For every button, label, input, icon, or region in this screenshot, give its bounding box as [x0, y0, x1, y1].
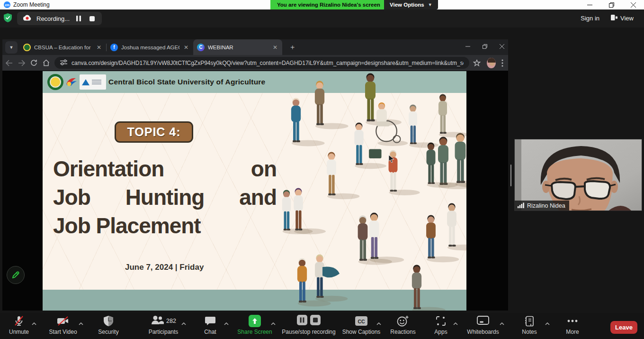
whiteboards-label: Whiteboards [467, 329, 499, 335]
window-title: Zoom Meeting [13, 1, 50, 8]
tab-search-button[interactable]: ▼ [5, 41, 18, 54]
pause-stop-recording-label: Pause/stop recording [282, 329, 335, 335]
close-tab-icon[interactable]: ✕ [96, 44, 102, 51]
security-label: Security [98, 329, 118, 335]
tab-facebook[interactable]: f Joshua messaged AGEC 150- B ✕ [107, 39, 193, 55]
pencil-icon [11, 271, 20, 279]
participant-name: Rizalino Nidea [527, 202, 565, 209]
tab-cbsua[interactable]: CBSUA – Education for Sustaina ✕ [19, 39, 106, 55]
browser-close-button[interactable] [494, 39, 510, 54]
annotate-pencil-button[interactable] [7, 266, 25, 284]
view-options-button[interactable]: View Options ▼ [384, 0, 438, 9]
participants-icon [151, 315, 164, 327]
security-shield-icon [103, 315, 114, 327]
view-layout-icon [611, 15, 617, 22]
chat-options-chevron[interactable] [224, 319, 229, 327]
presentation-slide: Central Bicol State University of Agricu… [43, 71, 466, 311]
topic-badge: TOPIC 4: [115, 121, 193, 143]
browser-tab-strip: ▼ CBSUA – Education for Sustaina ✕ f Jos… [2, 39, 508, 55]
chat-label: Chat [204, 329, 216, 335]
participant-video-tile[interactable]: Rizalino Nidea [514, 139, 642, 211]
meeting-toolbar: Unmute Start Video Security 282 [0, 313, 644, 339]
recording-label: Recording... [36, 15, 70, 22]
address-bar[interactable]: canva.com/design/DAGHD17iL9Y/vW8J0tCTfCg… [54, 57, 469, 69]
view-layout-button[interactable]: View [607, 13, 637, 23]
unmute-options-chevron[interactable] [32, 319, 36, 327]
stop-recording-icon [310, 315, 321, 327]
show-captions-label: Show Captions [342, 329, 381, 335]
title-word: Orientation [53, 155, 164, 183]
mouse-cursor [388, 155, 394, 165]
forward-icon[interactable] [16, 56, 27, 70]
browser-profile-avatar[interactable] [487, 58, 496, 68]
close-button[interactable] [626, 0, 640, 9]
pause-recording-button[interactable] [74, 14, 83, 23]
whiteboard-icon [477, 315, 489, 327]
title-word: Job [53, 183, 90, 211]
site-settings-icon[interactable] [60, 59, 67, 67]
more-dots-icon [567, 315, 578, 327]
browser-navbar: canva.com/design/DAGHD17iL9Y/vW8J0tCTfCg… [2, 55, 508, 71]
stop-recording-button[interactable] [88, 14, 96, 23]
tab-label: WEBINAR [208, 45, 268, 50]
cbsua-seal-icon [23, 44, 31, 51]
meeting-security-shield-icon[interactable] [4, 13, 12, 24]
share-screen-icon [249, 315, 261, 327]
svg-text:CC: CC [358, 319, 365, 324]
microphone-muted-icon [13, 315, 25, 327]
participant-nametag: Rizalino Nidea [515, 201, 569, 211]
slide-date: June 7, 2024 | Friday [125, 263, 204, 272]
meeting-top-bar: Recording... Sign in View [0, 9, 644, 27]
zoom-app-icon: zm [4, 1, 10, 8]
pause-recording-icon [297, 315, 307, 327]
recording-cloud-icon [23, 14, 32, 23]
new-tab-button[interactable]: ＋ [289, 43, 296, 52]
view-options-label: View Options [390, 2, 424, 8]
canva-icon: C [197, 44, 205, 51]
minimize-button[interactable] [582, 0, 597, 9]
notes-label: Notes [522, 329, 537, 335]
close-tab-icon[interactable]: ✕ [272, 44, 278, 51]
title-line-1: Orientation on [53, 155, 277, 183]
bookmark-star-icon[interactable] [471, 56, 483, 70]
recording-indicator: Recording... [17, 12, 102, 25]
tab-label: CBSUA – Education for Sustaina [34, 45, 92, 50]
back-icon[interactable] [3, 56, 15, 70]
avatar-hair [488, 58, 496, 63]
apps-label: Apps [434, 329, 447, 335]
chat-bubble-icon [205, 315, 216, 327]
more-label: More [566, 329, 579, 335]
reactions-label: Reactions [390, 329, 415, 335]
close-tab-icon[interactable]: ✕ [183, 44, 189, 51]
facebook-icon: f [110, 44, 118, 51]
tab-label: Joshua messaged AGEC 150- B [121, 45, 179, 50]
view-layout-label: View [620, 15, 634, 22]
shared-screen-browser: ▼ CBSUA – Education for Sustaina ✕ f Jos… [2, 39, 508, 311]
notes-icon [525, 315, 534, 327]
panel-resize-handle[interactable] [510, 165, 511, 186]
title-word: on [251, 155, 277, 183]
leave-button[interactable]: Leave [610, 321, 637, 334]
share-screen-label: Share Screen [237, 329, 272, 335]
zoom-meeting-window: zm Zoom Meeting You are viewing Rizalino… [0, 0, 644, 339]
security-button[interactable]: Security [82, 315, 134, 335]
url-text: canva.com/design/DAGHD17iL9Y/vW8J0tCTfCg… [72, 60, 464, 66]
more-button[interactable]: More [546, 315, 599, 335]
tab-webinar-active[interactable]: C WEBINAR ✕ [193, 39, 282, 55]
connection-signal-icon [518, 202, 524, 210]
captions-cc-icon: CC [355, 315, 367, 327]
browser-menu-icon[interactable] [497, 56, 508, 70]
participants-count: 282 [166, 318, 176, 324]
viewing-screen-banner: You are viewing Rizalino Nidea's screen [270, 0, 387, 9]
title-line-2: Job Hunting and [53, 183, 277, 211]
browser-minimize-button[interactable] [460, 39, 476, 54]
unmute-label: Unmute [9, 329, 29, 335]
chevron-down-icon: ▼ [428, 2, 432, 7]
home-icon[interactable] [40, 56, 52, 70]
participants-label: Participants [149, 329, 179, 335]
restore-button[interactable] [604, 0, 618, 9]
reload-icon[interactable] [28, 56, 39, 70]
sign-in-button[interactable]: Sign in [577, 13, 603, 23]
browser-restore-button[interactable] [477, 39, 493, 54]
video-off-icon [56, 315, 70, 327]
